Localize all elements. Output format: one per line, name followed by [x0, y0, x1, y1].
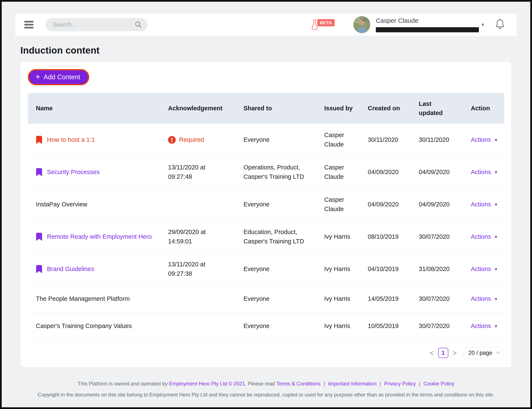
content-name-cell: How to host a 1:1 — [36, 135, 168, 145]
content-name-link: The People Management Platform — [36, 294, 130, 304]
beta-flag: BETA — [311, 19, 335, 31]
top-bar: BETA Casper Claude ▾ — [15, 14, 517, 36]
table-row: Brand Guidelines13/11/2020 at 09:27:38Ev… — [28, 253, 504, 285]
issued-by-cell: Ivy Harris — [324, 232, 368, 242]
action-cell: Actions▼ — [471, 135, 506, 145]
table-row: The People Management PlatformEveryoneIv… — [28, 285, 504, 313]
avatar[interactable] — [353, 16, 370, 33]
action-cell: Actions▼ — [471, 264, 506, 274]
column-header-last-updated: Last updated — [419, 99, 453, 117]
acknowledgement-cell: 13/11/2020 at 09:27:38 — [168, 260, 243, 278]
actions-dropdown[interactable]: Actions▼ — [471, 200, 498, 209]
beta-badge: BETA — [317, 19, 335, 26]
table-row: InstaPay OverviewEveryoneCasper Claude04… — [28, 188, 504, 221]
last-updated-cell: 30/11/2020 — [419, 135, 471, 145]
chevron-down-icon: ▼ — [494, 266, 498, 272]
issued-by-cell: Casper Claude — [324, 195, 368, 214]
pagination: < 1 > 20 / page — [28, 340, 504, 367]
issued-by-cell: Casper Claude — [324, 130, 368, 149]
last-updated-cell: 30/07/2020 — [419, 232, 471, 242]
footer-link-cookie-policy[interactable]: Cookie Policy — [424, 381, 454, 386]
issued-by-cell: Ivy Harris — [324, 264, 368, 274]
last-updated-cell: 30/07/2020 — [419, 294, 471, 304]
action-cell: Actions▼ — [471, 200, 506, 209]
created-on-cell: 08/10/2019 — [368, 232, 419, 242]
shared-to-cell: Everyone — [243, 294, 324, 304]
last-updated-cell: 04/09/2020 — [419, 167, 471, 177]
issued-by-cell: Casper Claude — [324, 163, 368, 181]
column-header-acknowledgement: Acknowledgement — [168, 104, 243, 113]
shared-to-cell: Education, Product, Casper's Training LT… — [243, 227, 324, 246]
chevron-down-icon: ▼ — [494, 137, 498, 143]
actions-dropdown[interactable]: Actions▼ — [471, 167, 498, 177]
search-icon — [135, 21, 142, 28]
issued-by-cell: Ivy Harris — [324, 294, 368, 304]
content-name-link[interactable]: Security Processes — [47, 167, 100, 177]
actions-dropdown[interactable]: Actions▼ — [471, 321, 498, 331]
actions-dropdown[interactable]: Actions▼ — [471, 232, 498, 242]
chevron-down-icon — [496, 350, 500, 353]
issued-by-cell: Ivy Harris — [324, 321, 368, 331]
bookmark-icon — [36, 233, 42, 241]
actions-dropdown[interactable]: Actions▼ — [471, 294, 498, 304]
required-alert-icon — [168, 136, 176, 144]
menu-icon[interactable] — [24, 19, 34, 30]
shared-to-cell: Everyone — [243, 135, 324, 145]
acknowledgement-cell: 29/09/2020 at 14:59:01 — [168, 227, 243, 246]
chevron-down-icon: ▼ — [494, 296, 498, 302]
search-input[interactable] — [53, 21, 135, 28]
content-name-cell: Brand Guidelines — [36, 264, 168, 274]
footer-link-company[interactable]: Employment Hero Pty Ltd © 2021 — [169, 381, 245, 386]
column-header-action: Action — [471, 104, 504, 113]
created-on-cell: 04/09/2020 — [368, 200, 419, 209]
action-cell: Actions▼ — [471, 232, 506, 242]
content-name-link: InstaPay Overview — [36, 200, 87, 209]
footer-link-important-information[interactable]: Important Information — [328, 381, 377, 386]
action-cell: Actions▼ — [471, 321, 506, 331]
column-header-shared-to: Shared to — [243, 104, 324, 113]
search-bar[interactable] — [45, 18, 147, 31]
user-menu-caret-icon[interactable]: ▾ — [482, 22, 484, 28]
page-size-select[interactable]: 20 / page — [464, 347, 503, 359]
table-header-row: NameAcknowledgementShared toIssued byCre… — [28, 93, 504, 124]
footer-link-terms-conditions[interactable]: Terms & Conditions — [276, 381, 321, 386]
content-name-link: Casper's Training Company Values — [36, 321, 132, 331]
actions-dropdown[interactable]: Actions▼ — [471, 264, 498, 274]
actions-dropdown[interactable]: Actions▼ — [471, 135, 498, 145]
bookmark-icon — [36, 168, 42, 176]
pagination-page-1[interactable]: 1 — [438, 348, 448, 358]
content-name-link[interactable]: Remote Ready with Employment Hero — [47, 232, 152, 242]
user-name: Casper Claude — [376, 17, 479, 24]
redacted-email — [376, 27, 479, 32]
content-name-link[interactable]: How to host a 1:1 — [47, 135, 95, 145]
last-updated-cell: 04/09/2020 — [419, 200, 471, 209]
chevron-down-icon: ▼ — [494, 234, 498, 240]
created-on-cell: 10/05/2019 — [368, 321, 419, 331]
column-header-issued-by: Issued by — [324, 104, 368, 113]
table-row: Security Processes13/11/2020 at 09:27:48… — [28, 156, 504, 188]
notifications-bell-icon[interactable] — [495, 19, 505, 30]
content-name-cell: Security Processes — [36, 167, 168, 177]
induction-content-table: NameAcknowledgementShared toIssued byCre… — [28, 93, 504, 340]
content-name-cell: Casper's Training Company Values — [36, 321, 168, 331]
column-header-name: Name — [36, 104, 168, 113]
footer-line2: Copyright in the documents on this site … — [2, 391, 530, 399]
pagination-next-button[interactable]: > — [451, 349, 459, 356]
content-name-link[interactable]: Brand Guidelines — [47, 264, 94, 274]
last-updated-cell: 31/08/2020 — [419, 264, 471, 274]
add-content-button[interactable]: + Add Content — [29, 70, 88, 84]
bookmark-icon — [36, 136, 42, 144]
content-name-cell: InstaPay Overview — [36, 200, 168, 209]
created-on-cell: 04/09/2020 — [368, 167, 419, 177]
acknowledgement-cell: Required — [168, 135, 243, 145]
induction-content-card: + Add Content NameAcknowledgementShared … — [20, 62, 512, 368]
plus-icon: + — [36, 73, 40, 81]
shared-to-cell: Operations, Product, Casper's Training L… — [243, 163, 324, 181]
footer-link-privacy-policy[interactable]: Privacy Policy — [384, 381, 416, 386]
content-name-cell: The People Management Platform — [36, 294, 168, 304]
user-info[interactable]: Casper Claude — [376, 17, 479, 32]
pagination-prev-button[interactable]: < — [427, 349, 436, 356]
shared-to-cell: Everyone — [243, 200, 324, 209]
bookmark-icon — [36, 265, 42, 273]
created-on-cell: 04/10/2019 — [368, 264, 419, 274]
